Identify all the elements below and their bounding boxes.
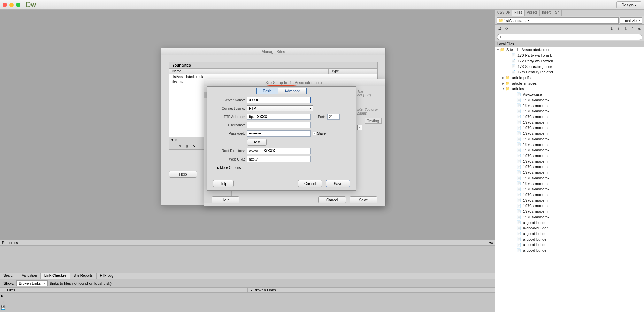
scroll-right-icon[interactable]: ▶ bbox=[175, 138, 178, 141]
tree-item[interactable]: 📄a-good-builder bbox=[495, 220, 644, 225]
tree-item[interactable]: 📄1970s-modern- bbox=[495, 114, 644, 119]
sync-icon[interactable]: ⊕ bbox=[637, 26, 642, 32]
tree-item[interactable]: 📄1970s-modern- bbox=[495, 170, 644, 175]
tree-item[interactable]: ▼📁articles bbox=[495, 86, 644, 92]
tree-item[interactable]: 📄1970s-modern- bbox=[495, 203, 644, 209]
show-dropdown[interactable]: Broken Links bbox=[16, 280, 48, 286]
minimize-window-icon[interactable] bbox=[9, 3, 14, 7]
tab-basic[interactable]: Basic bbox=[256, 88, 278, 94]
col-broken[interactable]: ▲ Broken Links bbox=[247, 288, 495, 292]
tab-validation[interactable]: Validation bbox=[18, 273, 41, 279]
tree-item[interactable]: 📄1970s-modern- bbox=[495, 136, 644, 142]
root-input[interactable]: wwwroot/ XXXX bbox=[247, 148, 310, 154]
site-dropdown[interactable]: 📁 1stAssocia... bbox=[497, 17, 619, 24]
server-save-button[interactable]: Save bbox=[326, 180, 350, 187]
connect-icon[interactable]: ⇄ bbox=[497, 26, 503, 32]
file-tree[interactable]: ▼📁Site - 1stAssociated.co.u📄170 Party wa… bbox=[495, 47, 644, 312]
server-name-label: Server Name: bbox=[212, 98, 247, 102]
tree-item[interactable]: 📄1970s-modern- bbox=[495, 175, 644, 181]
refresh-icon[interactable]: ⟳ bbox=[504, 26, 509, 32]
more-options-toggle[interactable]: More Options bbox=[217, 166, 351, 170]
view-dropdown[interactable]: Local vie bbox=[620, 17, 642, 24]
tree-item[interactable]: 📄1970s-modern- bbox=[495, 142, 644, 147]
tab-ftp-log[interactable]: FTP Log bbox=[97, 273, 117, 279]
tab-site-reports[interactable]: Site Reports bbox=[70, 273, 97, 279]
tab-files[interactable]: Files bbox=[512, 10, 525, 16]
port-input[interactable] bbox=[327, 114, 340, 120]
tree-item[interactable]: 📄1970s-modern- bbox=[495, 119, 644, 125]
properties-panel: Properties ▾≡ bbox=[0, 240, 495, 273]
server-cancel-button[interactable]: Cancel bbox=[298, 180, 322, 187]
put-icon[interactable]: ⬆ bbox=[616, 26, 621, 32]
test-button[interactable]: Test bbox=[247, 139, 267, 146]
tree-item[interactable]: 📄17th Century inglend bbox=[495, 69, 644, 75]
help-button[interactable]: Help bbox=[169, 171, 197, 178]
export-site-icon[interactable]: ⇲ bbox=[191, 143, 197, 149]
filter-input[interactable] bbox=[497, 34, 642, 40]
tree-item[interactable]: 📄1970s-modern- bbox=[495, 147, 644, 153]
tree-item[interactable]: 📄1970s-modern- bbox=[495, 186, 644, 192]
zoom-window-icon[interactable] bbox=[16, 3, 20, 7]
username-input[interactable] bbox=[247, 122, 310, 128]
col-name[interactable]: Name bbox=[169, 69, 329, 74]
tree-item[interactable]: 📄1970s-modern- bbox=[495, 108, 644, 114]
tree-item[interactable]: 📄1970s-modern- bbox=[495, 209, 644, 214]
delete-site-icon[interactable]: − bbox=[170, 143, 176, 149]
workspace-dropdown[interactable]: Design ▾ bbox=[616, 1, 641, 8]
testing-checkbox[interactable]: ✓ bbox=[357, 125, 362, 130]
tree-item[interactable]: 📄1970s-modern- bbox=[495, 192, 644, 197]
tree-item[interactable]: 📄a-good-builder bbox=[495, 236, 644, 242]
tree-item[interactable]: 📄#syxov.asa bbox=[495, 92, 644, 97]
tree-item[interactable]: 📄173 Separating floor bbox=[495, 64, 644, 69]
tree-item[interactable]: 📄1970s-modern- bbox=[495, 131, 644, 136]
server-name-input[interactable] bbox=[247, 97, 310, 103]
connect-dropdown[interactable]: FTP bbox=[247, 105, 313, 111]
tab-css[interactable]: CSS De bbox=[495, 10, 512, 16]
tree-item[interactable]: 📄1970s-modern- bbox=[495, 153, 644, 158]
tab-insert[interactable]: Insert bbox=[540, 10, 553, 16]
tree-item[interactable]: 📄1970s-modern- bbox=[495, 158, 644, 164]
save-report-icon[interactable]: 💾 bbox=[1, 305, 4, 310]
get-icon[interactable]: ⬇ bbox=[609, 26, 614, 32]
duplicate-site-icon[interactable]: ⎘ bbox=[184, 143, 190, 149]
password-input[interactable] bbox=[247, 130, 310, 136]
save-password-checkbox[interactable]: ✓Save bbox=[313, 131, 326, 135]
server-help-button[interactable]: Help bbox=[213, 180, 234, 187]
close-window-icon[interactable] bbox=[3, 3, 7, 7]
panel-menu-icon[interactable]: ▾≡ bbox=[489, 241, 493, 245]
tree-item[interactable]: 📄1970s-modern- bbox=[495, 164, 644, 170]
tree-item[interactable]: ▶📁article-pdfs bbox=[495, 75, 644, 80]
tree-item[interactable]: 📄a-good-builder bbox=[495, 225, 644, 231]
setup-save-button[interactable]: Save bbox=[350, 196, 377, 203]
tree-item[interactable]: 📄1970s-modern- bbox=[495, 181, 644, 186]
tree-item[interactable]: ▼📁Site - 1stAssociated.co.u bbox=[495, 47, 644, 53]
tree-item[interactable]: 📄172 Party wall attach bbox=[495, 58, 644, 64]
setup-cancel-button[interactable]: Cancel bbox=[318, 196, 346, 203]
tab-advanced[interactable]: Advanced bbox=[278, 88, 307, 94]
col-type[interactable]: Type bbox=[329, 69, 377, 74]
tab-link-checker[interactable]: Link Checker bbox=[41, 273, 70, 279]
tree-item[interactable]: 📄a-good-builder bbox=[495, 248, 644, 253]
tree-item[interactable]: 📄1970s-modern- bbox=[495, 103, 644, 108]
tree-item[interactable]: 📄1970s-modern- bbox=[495, 197, 644, 203]
tree-item[interactable]: ▶📁article_images bbox=[495, 80, 644, 86]
scroll-left-icon[interactable]: ◀ bbox=[171, 138, 173, 141]
checkin-icon[interactable]: ⇧ bbox=[630, 26, 635, 32]
tab-snippets[interactable]: Sn bbox=[553, 10, 562, 16]
col-files[interactable]: Files bbox=[5, 288, 247, 292]
ftp-input[interactable]: ftp. XXXX bbox=[247, 114, 310, 120]
url-input[interactable] bbox=[247, 156, 310, 162]
play-icon[interactable]: ▶ bbox=[1, 294, 4, 298]
tree-item[interactable]: 📄a-good-builder bbox=[495, 242, 644, 248]
edit-site-icon[interactable]: ✎ bbox=[177, 143, 183, 149]
tree-item[interactable]: 📄1970s-modern- bbox=[495, 214, 644, 220]
tree-item[interactable]: 📄1970s-modern- bbox=[495, 125, 644, 131]
tab-assets[interactable]: Assets bbox=[525, 10, 540, 16]
setup-help-button[interactable]: Help bbox=[212, 196, 239, 203]
tree-item[interactable]: 📄170 Party wall one b bbox=[495, 53, 644, 58]
tab-search[interactable]: Search bbox=[0, 273, 18, 279]
tree-item[interactable]: 📄1970s-modern- bbox=[495, 97, 644, 103]
stop-icon[interactable]: ◻ bbox=[1, 299, 4, 304]
checkout-icon[interactable]: ⇩ bbox=[623, 26, 628, 32]
tree-item[interactable]: 📄a-good-builder bbox=[495, 231, 644, 236]
